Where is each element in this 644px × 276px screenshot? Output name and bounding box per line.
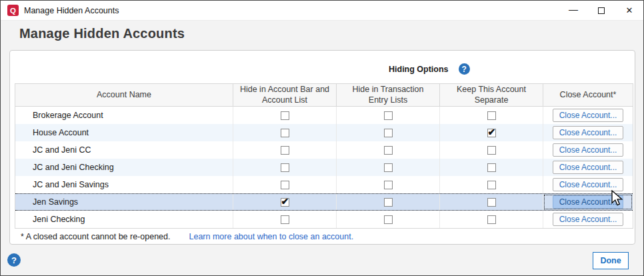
maximize-icon <box>598 7 605 14</box>
close-button[interactable]: ✕ <box>615 1 643 20</box>
hide-in-transaction-checkbox[interactable] <box>384 198 393 207</box>
hide-in-transaction-cell <box>337 141 440 159</box>
close-account-cell: Close Account... <box>543 107 633 124</box>
keep-separate-checkbox[interactable] <box>487 181 496 189</box>
hide-in-account-bar-checkbox[interactable] <box>281 163 289 172</box>
column-header-keep-separate: Keep This Account Separate <box>440 84 543 106</box>
keep-separate-checkbox[interactable] <box>487 215 496 224</box>
manage-hidden-accounts-window: Q Manage Hidden Accounts — ✕ Manage Hidd… <box>0 0 644 276</box>
keep-separate-cell <box>440 107 543 124</box>
close-account-button[interactable]: Close Account... <box>553 213 624 226</box>
done-button[interactable]: Done <box>593 252 629 269</box>
account-name: Jen Savings <box>15 194 233 210</box>
accounts-table: Account Name Hide in Account Bar and Acc… <box>15 83 633 229</box>
hiding-options-help-icon[interactable]: ? <box>459 63 470 75</box>
hide-in-account-bar-checkbox[interactable] <box>281 215 289 224</box>
column-header-close-account: Close Account* <box>543 84 633 106</box>
table-row[interactable]: House Account Close Account... <box>15 124 633 141</box>
minimize-button[interactable]: — <box>559 1 587 20</box>
account-name: JC and Jeni Savings <box>15 176 233 193</box>
page-title: Manage Hidden Accounts <box>19 26 185 41</box>
close-account-cell: Close Account... <box>543 141 633 159</box>
hide-in-transaction-cell <box>337 107 440 124</box>
keep-separate-cell <box>440 124 543 141</box>
hide-in-transaction-checkbox[interactable] <box>384 146 393 155</box>
close-account-button[interactable]: Close Account... <box>553 143 624 157</box>
close-account-cell: Close Account... <box>543 194 633 210</box>
keep-separate-cell <box>440 211 543 228</box>
keep-separate-cell <box>440 141 543 159</box>
keep-separate-checkbox[interactable] <box>487 129 496 137</box>
window-controls: — ✕ <box>559 1 643 20</box>
hide-in-account-bar-checkbox[interactable] <box>281 111 289 120</box>
hide-in-transaction-cell <box>337 159 440 176</box>
table-row[interactable]: Jeni Checking Close Account... <box>15 211 633 228</box>
keep-separate-checkbox[interactable] <box>487 111 496 120</box>
footnote-text: * A closed account cannot be re-opened. <box>21 232 170 241</box>
keep-separate-cell <box>440 176 543 193</box>
hide-in-transaction-checkbox[interactable] <box>384 129 393 137</box>
hide-in-account-bar-cell <box>233 141 337 159</box>
hide-in-account-bar-cell <box>233 159 337 176</box>
close-account-button[interactable]: Close Account... <box>553 161 624 174</box>
hiding-options-label: Hiding Options <box>389 65 449 74</box>
close-account-cell: Close Account... <box>543 211 633 228</box>
hide-in-transaction-cell <box>337 194 440 210</box>
hiding-options-header: Hiding Options ? <box>389 63 470 75</box>
table-row[interactable]: Brokerage Account Close Account... <box>15 107 633 124</box>
keep-separate-checkbox[interactable] <box>487 146 496 155</box>
hide-in-account-bar-checkbox[interactable] <box>281 198 289 207</box>
hide-in-account-bar-cell <box>233 124 337 141</box>
close-account-button[interactable]: Close Account... <box>553 109 624 122</box>
column-header-hide-transaction: Hide in Transaction Entry Lists <box>337 84 440 106</box>
close-account-cell: Close Account... <box>543 124 633 141</box>
hide-in-transaction-checkbox[interactable] <box>384 215 393 224</box>
accounts-panel: Hiding Options ? Account Name Hide in Ac… <box>9 50 635 245</box>
hide-in-account-bar-cell <box>233 211 337 228</box>
keep-separate-checkbox[interactable] <box>487 198 496 207</box>
window-title: Manage Hidden Accounts <box>24 6 119 15</box>
table-row[interactable]: JC and Jeni Checking Close Account... <box>15 159 633 176</box>
hide-in-transaction-cell <box>337 211 440 228</box>
hide-in-transaction-checkbox[interactable] <box>384 181 393 189</box>
hide-in-transaction-cell <box>337 124 440 141</box>
account-name: JC and Jeni CC <box>15 141 233 159</box>
keep-separate-cell <box>440 194 543 210</box>
close-account-button[interactable]: Close Account... <box>553 178 624 191</box>
close-account-cell: Close Account... <box>543 176 633 193</box>
quicken-logo-icon: Q <box>7 5 19 16</box>
footer-help-icon[interactable]: ? <box>7 253 21 267</box>
minimize-icon: — <box>569 5 578 14</box>
account-name: Jeni Checking <box>15 211 233 228</box>
table-body: Brokerage Account Close Account... House… <box>15 107 633 228</box>
column-header-account-name: Account Name <box>15 84 233 106</box>
hide-in-account-bar-cell <box>233 176 337 193</box>
account-name: JC and Jeni Checking <box>15 159 233 176</box>
title-bar: Q Manage Hidden Accounts — ✕ <box>1 1 643 21</box>
column-header-hide-account-bar: Hide in Account Bar and Account List <box>233 84 337 106</box>
hide-in-transaction-cell <box>337 176 440 193</box>
close-account-button[interactable]: Close Account... <box>553 195 624 209</box>
keep-separate-cell <box>440 159 543 176</box>
account-name: Brokerage Account <box>15 107 233 124</box>
account-name: House Account <box>15 124 233 141</box>
hide-in-account-bar-checkbox[interactable] <box>281 181 289 189</box>
footnote: * A closed account cannot be re-opened. … <box>21 232 353 241</box>
learn-more-link[interactable]: Learn more about when to close an accoun… <box>189 232 353 241</box>
keep-separate-checkbox[interactable] <box>487 163 496 172</box>
hide-in-transaction-checkbox[interactable] <box>384 111 393 120</box>
table-row[interactable]: Jen Savings Close Account... <box>15 193 633 211</box>
close-account-cell: Close Account... <box>543 159 633 176</box>
close-icon: ✕ <box>626 5 633 15</box>
hide-in-transaction-checkbox[interactable] <box>384 163 393 172</box>
hide-in-account-bar-cell <box>233 194 337 210</box>
maximize-button[interactable] <box>587 1 615 20</box>
table-row[interactable]: JC and Jeni CC Close Account... <box>15 141 633 159</box>
hide-in-account-bar-checkbox[interactable] <box>281 146 289 155</box>
table-row[interactable]: JC and Jeni Savings Close Account... <box>15 176 633 193</box>
table-header-row: Account Name Hide in Account Bar and Acc… <box>15 84 633 107</box>
hide-in-account-bar-cell <box>233 107 337 124</box>
hide-in-account-bar-checkbox[interactable] <box>281 129 289 137</box>
close-account-button[interactable]: Close Account... <box>553 126 624 139</box>
